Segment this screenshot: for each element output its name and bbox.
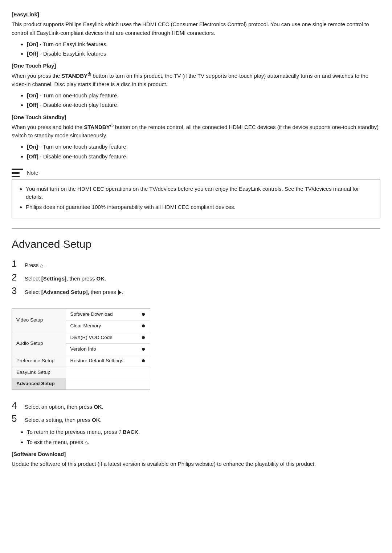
section-divider <box>12 229 380 229</box>
one-touch-play-bullets: [On] - Turn on one-touch play feature. [… <box>12 91 380 109</box>
note-list: You must turn on the HDMI CEC operations… <box>19 185 373 211</box>
ots-bullet-on: [On] - Turn on one-touch standby feature… <box>27 142 380 151</box>
table-row: Advanced Setup <box>12 378 150 389</box>
back-icon: ⤴ <box>119 428 121 436</box>
note-section: Note You must turn on the HDMI CEC opera… <box>12 169 380 219</box>
step-4-num: 4 <box>12 400 20 411</box>
note-label: Note <box>27 169 38 177</box>
table-row: EasyLink Setup <box>12 367 150 378</box>
menu-right-version <box>136 343 150 355</box>
easylink-description: This product supports Philips Easylink w… <box>12 20 380 37</box>
advanced-setup-heading: Advanced Setup <box>12 236 380 253</box>
dot-icon <box>142 359 145 362</box>
step-3: 3 Select [Advanced Setup], then press . <box>12 286 380 296</box>
menu-right-software <box>136 309 150 320</box>
menu-mid-version: Version Info <box>66 343 136 355</box>
menu-right-empty1 <box>136 367 150 378</box>
note-header: Note <box>12 169 380 177</box>
dot-icon <box>142 336 145 339</box>
menu-left-audio: Audio Setup <box>12 332 66 355</box>
one-touch-play-heading: [One Touch Play] <box>12 61 380 70</box>
dot-icon <box>142 324 145 327</box>
step-3-text: Select [Advanced Setup], then press . <box>25 288 123 296</box>
step-4: 4 Select an option, then press OK. <box>12 400 380 411</box>
menu-mid-empty1 <box>66 367 136 378</box>
step-2-num: 2 <box>12 272 20 283</box>
one-touch-standby-bullets: [On] - Turn on one-touch standby feature… <box>12 142 380 161</box>
arrow-right-icon <box>118 290 122 295</box>
step-2: 2 Select [Settings], then press OK. <box>12 272 380 283</box>
software-download-heading: [Software Download] <box>12 450 380 458</box>
step-1: 1 Press ⌂. <box>12 259 380 270</box>
home-icon-sub: ⌂ <box>85 438 88 447</box>
step-2-text: Select [Settings], then press OK. <box>25 274 106 283</box>
menu-mid-divx: DivX(R) VOD Code <box>66 332 136 343</box>
step-1-text: Press ⌂. <box>25 261 45 270</box>
one-touch-play-description: When you press the STANDBY⏻ button to tu… <box>12 72 380 89</box>
menu-table: Video Setup Software Download Clear Memo… <box>12 309 150 389</box>
menu-left-preference: Preference Setup <box>12 355 66 367</box>
step-1-num: 1 <box>12 259 20 269</box>
menu-mid-clear: Clear Memory <box>66 320 136 332</box>
easylink-bullet-off: [Off] - Disable EasyLink features. <box>27 49 380 58</box>
menu-right-clear <box>136 320 150 332</box>
note-box: You must turn on the HDMI CEC operations… <box>12 179 380 219</box>
otp-bullet-on: [On] - Turn on one-touch play feature. <box>27 91 380 100</box>
dot-icon <box>142 348 145 351</box>
note-icon <box>12 169 23 177</box>
dot-icon <box>142 313 145 316</box>
home-icon-step1: ⌂ <box>40 261 44 270</box>
menu-left-advanced: Advanced Setup <box>12 378 66 389</box>
steps-list: 1 Press ⌂. 2 Select [Settings], then pre… <box>12 259 380 296</box>
one-touch-standby-heading: [One Touch Standby] <box>12 113 380 121</box>
step-5-num: 5 <box>12 413 20 424</box>
menu-left-easylink: EasyLink Setup <box>12 367 66 378</box>
software-download-description: Update the software of this product (if … <box>12 460 380 468</box>
menu-table-wrapper: Video Setup Software Download Clear Memo… <box>12 308 150 390</box>
sub-bullet-home: To exit the menu, press ⌂. <box>27 438 380 447</box>
menu-left-video: Video Setup <box>12 309 66 332</box>
menu-right-empty2 <box>136 378 150 389</box>
menu-right-restore <box>136 355 150 367</box>
menu-mid-empty2 <box>66 378 136 389</box>
table-row: Video Setup Software Download <box>12 309 150 320</box>
table-row: Preference Setup Restore Default Setting… <box>12 355 150 367</box>
easylink-bullet-on: [On] - Turn on EasyLink features. <box>27 40 380 48</box>
otp-bullet-off: [Off] - Disable one-touch play feature. <box>27 101 380 109</box>
one-touch-standby-description: When you press and hold the STANDBY⏻ but… <box>12 123 380 140</box>
menu-right-divx <box>136 332 150 343</box>
easylink-bullets: [On] - Turn on EasyLink features. [Off] … <box>12 40 380 58</box>
menu-mid-software: Software Download <box>66 309 136 320</box>
easylink-heading: [EasyLink] <box>12 10 380 19</box>
menu-mid-restore: Restore Default Settings <box>66 355 136 367</box>
sub-bullet-back: To return to the previous menu, press ⤴ … <box>27 428 380 436</box>
step-4-text: Select an option, then press OK. <box>25 403 103 411</box>
note-item-1: You must turn on the HDMI CEC operations… <box>26 185 373 201</box>
table-row: Audio Setup DivX(R) VOD Code <box>12 332 150 343</box>
sub-bullets-list: To return to the previous menu, press ⤴ … <box>12 428 380 447</box>
step-3-num: 3 <box>12 286 20 296</box>
note-item-2: Philips does not guarantee 100% interope… <box>26 203 373 211</box>
advanced-setup-section: Advanced Setup 1 Press ⌂. 2 Select [Sett… <box>12 236 380 468</box>
step-5: 5 Select a setting, then press OK. <box>12 413 380 424</box>
steps-lower-list: 4 Select an option, then press OK. 5 Sel… <box>12 400 380 424</box>
step-5-text: Select a setting, then press OK. <box>25 416 102 424</box>
ots-bullet-off: [Off] - Disable one-touch standby featur… <box>27 152 380 161</box>
easylink-section: [EasyLink] This product supports Philips… <box>12 10 380 218</box>
